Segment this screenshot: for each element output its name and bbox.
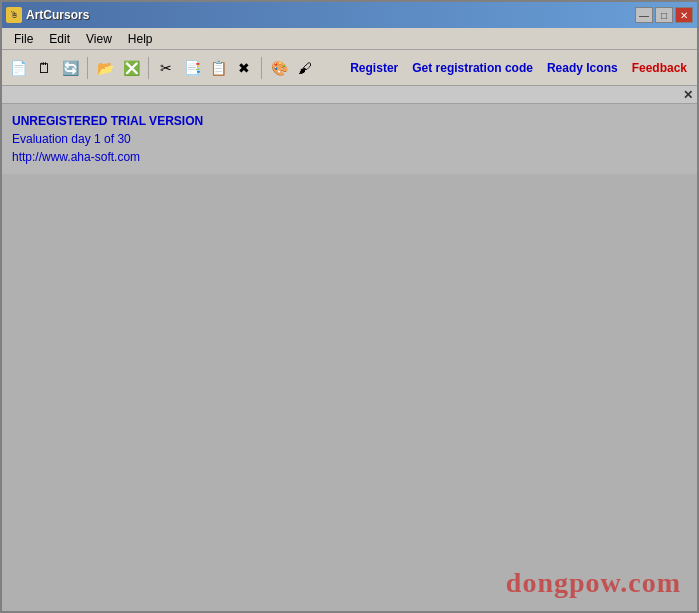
- close-file-button[interactable]: ❎: [119, 56, 143, 80]
- maximize-button[interactable]: □: [655, 7, 673, 23]
- app-icon: 🖱: [6, 7, 22, 23]
- refresh-button[interactable]: 🔄: [58, 56, 82, 80]
- main-canvas: dongpow.com: [2, 174, 697, 611]
- separator-2: [148, 57, 149, 79]
- trial-line-2: Evaluation day 1 of 30: [12, 130, 687, 148]
- separator-1: [87, 57, 88, 79]
- browse-button[interactable]: 📂: [93, 56, 117, 80]
- delete-button[interactable]: ✖: [232, 56, 256, 80]
- paint2-button[interactable]: 🖌: [293, 56, 317, 80]
- toolbar: 📄 🗒 🔄 📂 ❎ ✂ 📑 📋 ✖ 🎨 🖌 Register Get regis…: [2, 50, 697, 86]
- ready-icons-link[interactable]: Ready Icons: [541, 61, 624, 75]
- paste-button[interactable]: 📋: [206, 56, 230, 80]
- new-button[interactable]: 📄: [6, 56, 30, 80]
- copy-button[interactable]: 📑: [180, 56, 204, 80]
- trial-line-3[interactable]: http://www.aha-soft.com: [12, 148, 687, 166]
- trial-line-1: UNREGISTERED TRIAL VERSION: [12, 112, 687, 130]
- menu-help[interactable]: Help: [120, 30, 161, 48]
- paint1-button[interactable]: 🎨: [267, 56, 291, 80]
- close-button[interactable]: ✕: [675, 7, 693, 23]
- new2-button[interactable]: 🗒: [32, 56, 56, 80]
- menu-edit[interactable]: Edit: [41, 30, 78, 48]
- menu-view[interactable]: View: [78, 30, 120, 48]
- info-bar: ✕: [2, 86, 697, 104]
- title-buttons: — □ ✕: [635, 7, 693, 23]
- watermark: dongpow.com: [506, 567, 681, 599]
- main-window: 🖱 ArtCursors — □ ✕ File Edit View Help 📄…: [0, 0, 699, 613]
- window-title: ArtCursors: [26, 8, 89, 22]
- get-code-link[interactable]: Get registration code: [406, 61, 539, 75]
- trial-area: UNREGISTERED TRIAL VERSION Evaluation da…: [2, 104, 697, 174]
- title-bar-left: 🖱 ArtCursors: [6, 7, 89, 23]
- minimize-button[interactable]: —: [635, 7, 653, 23]
- cut-button[interactable]: ✂: [154, 56, 178, 80]
- menu-bar: File Edit View Help: [2, 28, 697, 50]
- close-notice-button[interactable]: ✕: [683, 88, 693, 102]
- menu-file[interactable]: File: [6, 30, 41, 48]
- feedback-link[interactable]: Feedback: [626, 61, 693, 75]
- separator-3: [261, 57, 262, 79]
- title-bar: 🖱 ArtCursors — □ ✕: [2, 2, 697, 28]
- register-link[interactable]: Register: [344, 61, 404, 75]
